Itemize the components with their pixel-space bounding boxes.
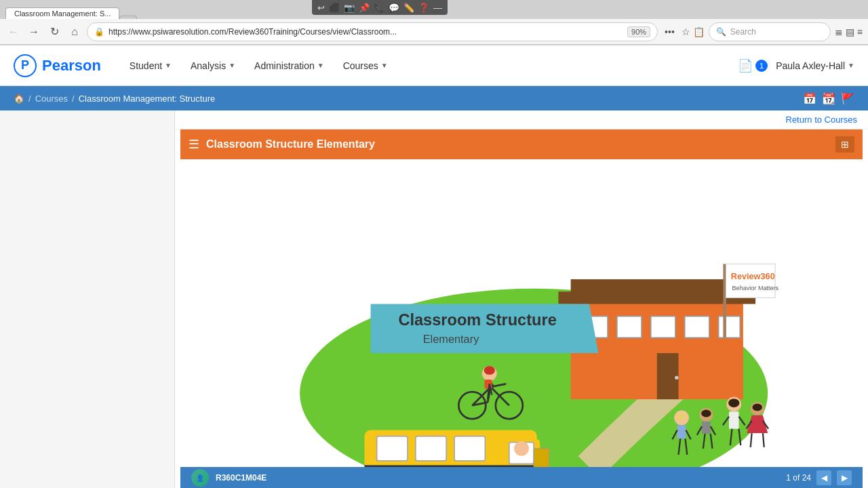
course-header: ☰ Classroom Structure Elementary ⊞ [180, 129, 863, 159]
nav-item-courses[interactable]: Courses ▼ [335, 55, 396, 77]
svg-rect-8 [719, 317, 741, 338]
browser-search-placeholder: Search [730, 27, 756, 37]
svg-rect-25 [364, 465, 540, 467]
ext-icon-6[interactable]: 💬 [389, 3, 399, 13]
nav-item-student[interactable]: Student ▼ [121, 55, 180, 77]
pearson-logo[interactable]: P Pearson [14, 54, 101, 77]
course-header-right[interactable]: ⊞ [835, 136, 854, 152]
admin-dropdown-arrow: ▼ [317, 62, 324, 69]
svg-text:Elementary: Elementary [423, 333, 479, 345]
return-to-courses-link[interactable]: Return to Courses [175, 110, 868, 129]
breadcrumb-bar: 🏠 / Courses / Classroom Management: Stru… [0, 86, 868, 110]
sidebar-icon[interactable]: ▤ [846, 26, 854, 37]
courses-dropdown-arrow: ▼ [381, 62, 388, 69]
ext-icon-1[interactable]: ↩ [317, 3, 325, 13]
more-button[interactable]: ••• [662, 25, 677, 39]
svg-rect-61 [729, 411, 739, 428]
browser-search-icon: 🔍 [716, 27, 726, 37]
bottom-bar: 👤 R360C1M04E 1 of 24 ◀ ▶ [180, 467, 863, 488]
illustration-area: Review360 Behavior Matters Classroom Str… [180, 159, 863, 467]
url-text: https://www.psiwaresolution.com/Review36… [108, 27, 623, 37]
bookmark-icon[interactable]: ☆ [682, 26, 690, 37]
svg-point-44 [484, 366, 495, 375]
student-dropdown-arrow: ▼ [165, 62, 172, 69]
user-menu[interactable]: Paula Axley-Hall ▼ [776, 60, 854, 71]
nav-item-analysis[interactable]: Analysis ▼ [182, 55, 243, 77]
ext-icon-9[interactable]: — [433, 3, 442, 13]
top-nav: P Pearson Student ▼ Analysis ▼ Administr… [0, 45, 868, 86]
reading-list-icon[interactable]: 📋 [693, 26, 705, 37]
svg-text:Review360: Review360 [731, 271, 775, 281]
zoom-level[interactable]: 90% [627, 26, 650, 37]
breadcrumb-courses-link[interactable]: Courses [35, 94, 68, 104]
active-tab[interactable]: Classroom Management: S... [5, 7, 119, 19]
inactive-tab[interactable] [119, 16, 137, 19]
svg-point-10 [675, 376, 678, 380]
svg-point-53 [701, 410, 711, 418]
svg-rect-5 [617, 317, 642, 338]
back-button[interactable]: ← [5, 24, 22, 40]
hamburger-menu-icon[interactable]: ☰ [189, 137, 199, 152]
notification-icon: 📄 [738, 58, 753, 73]
next-slide-button[interactable]: ▶ [837, 470, 852, 485]
settings-icon[interactable]: ≡ [857, 26, 863, 37]
course-code: R360C1M04E [216, 473, 267, 483]
svg-rect-54 [702, 422, 711, 434]
svg-point-46 [677, 413, 687, 420]
forward-button[interactable]: → [26, 24, 42, 40]
notification-badge: 1 [755, 60, 768, 72]
lock-icon: 🔒 [94, 27, 104, 37]
breadcrumb-home[interactable]: 🏠 [14, 94, 24, 104]
svg-rect-9 [657, 353, 679, 399]
flag-icon[interactable]: 🚩 [841, 92, 854, 105]
progress-text: 1 of 24 [786, 473, 811, 483]
user-dropdown-arrow: ▼ [848, 62, 854, 69]
ext-icon-7[interactable]: ✏️ [403, 3, 414, 13]
nav-item-administration[interactable]: Administration ▼ [246, 55, 332, 77]
breadcrumb-icons: 📅 📆 🚩 [803, 92, 854, 105]
ext-icon-4[interactable]: 📌 [359, 3, 370, 13]
svg-point-60 [728, 399, 739, 407]
notification-area[interactable]: 📄 1 [738, 58, 768, 73]
ext-icon-5[interactable]: 📞 [374, 3, 384, 13]
svg-point-67 [753, 403, 763, 411]
svg-rect-47 [677, 425, 686, 439]
extension-toolbar: ↩ ⬛ 📷 📌 📞 💬 ✏️ ❓ — [312, 0, 448, 15]
prev-slide-button[interactable]: ◀ [816, 470, 831, 485]
svg-text:Classroom Structure: Classroom Structure [398, 311, 556, 329]
svg-line-69 [751, 433, 752, 447]
ext-icon-3[interactable]: 📷 [344, 3, 355, 13]
browser-toolbar: ← → ↻ ⌂ 🔒 https://www.psiwaresolution.co… [0, 19, 868, 45]
course-icon-button: ⊞ [841, 139, 849, 150]
app-container: P Pearson Student ▼ Analysis ▼ Administr… [0, 45, 868, 488]
svg-point-24 [514, 441, 529, 456]
ext-icon-8[interactable]: ❓ [418, 3, 429, 13]
ext-icon-2[interactable]: ⬛ [329, 3, 340, 13]
svg-rect-22 [454, 436, 485, 461]
user-name: Paula Axley-Hall [776, 60, 845, 71]
browser-search-bar[interactable]: 🔍 Search [709, 22, 831, 41]
address-bar[interactable]: 🔒 https://www.psiwaresolution.com/Review… [87, 22, 658, 41]
nav-menu: Student ▼ Analysis ▼ Administration ▼ Co… [121, 55, 738, 77]
refresh-button[interactable]: ↻ [46, 24, 62, 40]
course-title: Classroom Structure Elementary [206, 138, 375, 150]
calendar-alt-icon[interactable]: 📆 [822, 92, 835, 105]
svg-rect-31 [534, 449, 549, 467]
pearson-logo-text: Pearson [42, 57, 101, 75]
home-button[interactable]: ⌂ [66, 24, 83, 40]
reading-view-icon[interactable]: ≣ [835, 26, 843, 37]
calendar-icon[interactable]: 📅 [803, 92, 816, 105]
avatar-circle: 👤 [191, 469, 209, 487]
bottom-left: 👤 R360C1M04E [191, 469, 267, 487]
breadcrumb-sep-1: / [28, 94, 31, 104]
browser-extra-icons: ≣ ▤ ≡ [835, 26, 863, 37]
content-area: Return to Courses ☰ Classroom Structure … [175, 110, 868, 488]
course-header-left: ☰ Classroom Structure Elementary [189, 137, 375, 152]
toolbar-icons: ☆ 📋 [682, 26, 705, 37]
svg-rect-3 [571, 279, 743, 295]
svg-rect-21 [416, 436, 446, 461]
breadcrumb: 🏠 / Courses / Classroom Management: Stru… [14, 94, 215, 104]
scene-illustration: Review360 Behavior Matters Classroom Str… [180, 159, 863, 467]
nav-right: 📄 1 Paula Axley-Hall ▼ [738, 58, 854, 73]
content-sidebar [0, 110, 175, 488]
